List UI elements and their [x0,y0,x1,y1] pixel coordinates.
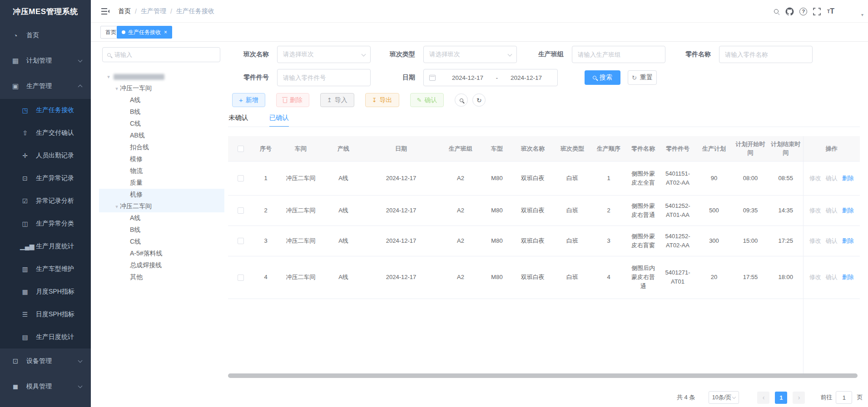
export-button[interactable]: ↧ 导出 [365,93,399,107]
table-row[interactable]: 2 冲压二车间 A线 2024-12-17 A2 M80 双班白夜 白班 2 侧… [228,195,860,226]
table-row[interactable]: 3 冲压二车间 A线 2024-12-17 A2 M80 双班白夜 白班 3 侧… [228,226,860,256]
caret-down-icon[interactable]: ▾ [114,204,120,210]
table-refresh-button[interactable]: ↻ [472,93,486,107]
part-no-input[interactable] [283,74,365,81]
sidebar-item-abnormal-analysis[interactable]: ☑ 异常记录分析 [0,190,91,212]
tag-task-receive[interactable]: 生产任务接收 × [117,26,172,39]
prev-page-button[interactable]: ‹ [757,392,769,404]
next-page-button[interactable]: › [793,392,805,404]
sidebar-item-daily-stats[interactable]: ▤ 生产日度统计 [0,326,91,348]
sidebar-fold-icon[interactable] [101,7,110,16]
tree-node-kouhe-line[interactable]: 扣合线 [99,142,224,153]
tree-node-jixiu[interactable]: 机修 [99,189,224,201]
delete-link[interactable]: 删除 [842,237,854,244]
breadcrumb-home[interactable]: 首页 [118,7,131,15]
date-start-value[interactable]: 2024-12-17 [442,74,493,81]
delete-link[interactable]: 删除 [842,207,854,214]
search-icon[interactable] [769,0,783,23]
row-checkbox[interactable] [238,207,244,214]
tree-node-line-c[interactable]: C线 [99,118,224,130]
font-size-icon[interactable]: TT [824,0,838,23]
sidebar-item-plan-management[interactable]: ▦ 计划管理 [0,48,91,74]
sidebar-item-monthly-stats[interactable]: ▁▄▆ 生产月度统计 [0,235,91,258]
sidebar-item-model-maintenance[interactable]: ▥ 生产车型维护 [0,258,91,280]
sidebar-item-delivery-confirm[interactable]: ⇧ 生产交付确认 [0,122,91,144]
delete-link[interactable]: 删除 [842,274,854,280]
github-icon[interactable] [783,0,797,23]
horizontal-scrollbar[interactable] [228,373,858,378]
page-number-1[interactable]: 1 [775,392,787,404]
tree-node-welding-line[interactable]: 总成焊接线 [99,260,224,271]
tree-node-root-redacted[interactable]: ▾ [99,71,224,83]
tree-node-moxiu[interactable]: 模修 [99,153,224,165]
shift-type-select[interactable]: 请选择班次 [423,46,517,63]
avatar-caret-down-icon[interactable]: ▾ [861,12,863,17]
tree-node-line-ab[interactable]: AB线 [99,130,224,142]
tab-confirmed[interactable]: 已确认 [269,113,289,127]
page-size-select[interactable]: 10条/页 [709,391,739,404]
select-all-checkbox[interactable] [238,146,244,152]
sidebar-item-mold-management[interactable]: ◼ 模具管理 [0,374,91,399]
tree-search-input[interactable]: 请输入 [102,47,220,62]
team-input[interactable] [578,51,660,58]
tree-node-wuliu[interactable]: 物流 [99,165,224,177]
sidebar-item-abnormal-category[interactable]: ◫ 生产异常分类 [0,212,91,235]
search-button[interactable]: 搜索 [585,70,620,85]
sidebar-item-home[interactable]: ◔ 首页 [0,23,91,48]
fullscreen-icon[interactable] [810,0,824,23]
confirm-link[interactable]: 确认 [826,175,838,181]
sidebar-item-attendance-record[interactable]: ✛ 人员出勤记录 [0,144,91,167]
avatar[interactable] [841,3,858,20]
table-row[interactable]: 1 冲压二车间 A线 2024-12-17 A2 M80 双班白夜 白班 1 侧… [228,161,860,195]
tree-node-other[interactable]: 其他 [99,271,224,283]
sidebar-item-daily-sph[interactable]: ☰ 日度SPH指标 [0,303,91,326]
sidebar-item-equipment-management[interactable]: ⊡ 设备管理 [0,348,91,374]
tree-node-line-a[interactable]: A线 [99,94,224,106]
delete-button[interactable]: 删除 [276,93,309,107]
help-icon[interactable]: ? [797,0,810,23]
edit-link[interactable]: 修改 [809,207,821,214]
tab-unconfirmed[interactable]: 未确认 [228,113,248,127]
task-table: 序号 车间 产线 日期 生产班组 车型 班次名称 班次类型 生产顺序 零件名称 … [228,136,860,299]
add-button[interactable]: + 新增 [232,93,265,107]
tree-node-line-c2[interactable]: C线 [99,236,224,248]
filter-label: 生产班组 [538,50,564,59]
breadcrumb-section[interactable]: 生产管理 [141,7,166,15]
close-icon[interactable]: × [164,29,167,35]
table-row[interactable]: 4 冲压二车间 A线 2024-12-17 A2 M80 双班白夜 白班 4 侧… [228,256,860,299]
edit-link[interactable]: 修改 [809,237,821,244]
sidebar-item-monthly-sph[interactable]: ▦ 月度SPH指标 [0,280,91,303]
confirm-link[interactable]: 确认 [826,274,838,280]
confirm-button[interactable]: ✎ 确认 [410,93,444,107]
sidebar-item-production-management[interactable]: ▣ 生产管理 [0,74,91,99]
sidebar-item-abnormal-record[interactable]: ⊡ 生产异常记录 [0,167,91,190]
row-checkbox[interactable] [238,238,244,244]
tree-node-zhiliang[interactable]: 质量 [99,177,224,189]
edit-link[interactable]: 修改 [809,175,821,181]
tree-node-line-b[interactable]: B线 [99,106,224,118]
date-range-picker[interactable]: 2024-12-17 - 2024-12-17 [423,69,558,86]
edit-link[interactable]: 修改 [809,274,821,280]
sidebar-item-task-receive[interactable]: ◳ 生产任务接收 [0,99,91,122]
caret-down-icon[interactable]: ▾ [105,74,112,80]
tree-node-workshop2[interactable]: ▾ 冲压二车间 [99,201,224,212]
shift-name-select[interactable]: 请选择班次 [277,46,371,63]
delete-link[interactable]: 删除 [842,175,854,181]
tree-node-line-a2[interactable]: A线 [99,212,224,224]
goto-page-input[interactable] [836,391,852,404]
date-end-value[interactable]: 2024-12-17 [501,74,552,81]
tree-node-blanking-line[interactable]: A-5#落料线 [99,248,224,260]
tree-node-line-b2[interactable]: B线 [99,224,224,236]
import-button[interactable]: ↥ 导入 [320,93,354,107]
part-name-input[interactable] [725,51,807,58]
tabs-divider [228,127,860,127]
row-checkbox[interactable] [238,275,244,281]
app-logo: 冲压MES管理系统 [0,0,91,23]
reset-button[interactable]: ↻ 重置 [628,70,657,85]
confirm-link[interactable]: 确认 [826,237,838,244]
caret-down-icon[interactable]: ▾ [114,86,120,92]
confirm-link[interactable]: 确认 [826,207,838,214]
row-checkbox[interactable] [238,175,244,181]
table-search-button[interactable] [455,93,468,107]
tree-node-workshop1[interactable]: ▾ 冲压一车间 [99,83,224,94]
